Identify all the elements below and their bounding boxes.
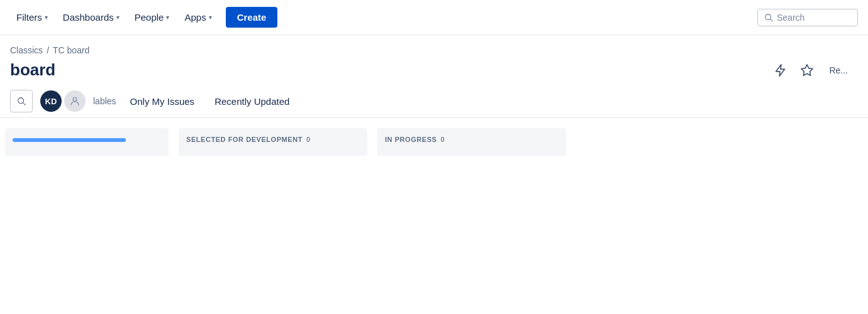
recently-updated-filter[interactable]: Recently Updated: [208, 92, 296, 111]
search-box[interactable]: Search: [757, 9, 858, 26]
board-search-icon: [17, 97, 26, 106]
only-my-issues-filter[interactable]: Only My Issues: [124, 92, 201, 111]
board-area: SELECTED FOR DEVELOPMENT 0 IN PROGRESS 0: [0, 118, 868, 156]
people-label: People: [135, 12, 164, 23]
column-selected-count: 0: [306, 136, 311, 143]
toolbar-row: KD lables Only My Issues Recently Update…: [0, 85, 868, 118]
column-in-progress-count: 0: [440, 136, 445, 143]
label-ables: lables: [93, 96, 116, 106]
column-header-selected: SELECTED FOR DEVELOPMENT 0: [186, 136, 360, 143]
avatars-group: KD: [40, 90, 86, 112]
star-icon: [800, 63, 814, 77]
avatar-kd[interactable]: KD: [40, 90, 62, 112]
dashboards-label: Dashboards: [63, 12, 114, 23]
board-column-first: [5, 128, 169, 156]
nav-dashboards[interactable]: Dashboards ▾: [57, 8, 126, 26]
breadcrumb-page[interactable]: TC board: [53, 45, 89, 55]
breadcrumb: Classics / TC board: [0, 35, 868, 58]
svg-line-3: [23, 103, 26, 106]
apps-label: Apps: [184, 12, 206, 23]
column-header-in-progress: IN PROGRESS 0: [385, 136, 559, 143]
nav-filters[interactable]: Filters ▾: [10, 8, 54, 26]
page-title: board: [10, 60, 764, 80]
search-placeholder: Search: [777, 13, 804, 23]
person-icon: [69, 95, 81, 107]
lightning-icon-button[interactable]: [771, 61, 790, 80]
dashboards-chevron-icon: ▾: [116, 14, 120, 21]
nav-apps[interactable]: Apps ▾: [178, 8, 218, 26]
breadcrumb-separator: /: [47, 45, 49, 55]
filters-label: Filters: [16, 12, 42, 23]
column-in-progress-label: IN PROGRESS: [385, 136, 437, 143]
release-button[interactable]: Re...: [824, 63, 853, 78]
column-selected-label: SELECTED FOR DEVELOPMENT: [186, 136, 303, 143]
board-column-in-progress: IN PROGRESS 0: [377, 128, 566, 156]
avatar-initials: KD: [45, 97, 57, 106]
board-search-button[interactable]: [10, 90, 33, 112]
svg-line-1: [771, 19, 773, 21]
svg-point-4: [73, 97, 77, 101]
lightning-icon: [774, 63, 787, 77]
filters-chevron-icon: ▾: [45, 14, 48, 21]
people-chevron-icon: ▾: [166, 14, 169, 21]
apps-chevron-icon: ▾: [209, 14, 212, 21]
board-column-selected: SELECTED FOR DEVELOPMENT 0: [179, 128, 367, 156]
star-icon-button[interactable]: [798, 61, 816, 80]
top-nav: Filters ▾ Dashboards ▾ People ▾ Apps ▾ C…: [0, 0, 868, 35]
page-title-row: board Re...: [0, 58, 868, 85]
avatar-ghost[interactable]: [64, 90, 86, 112]
breadcrumb-project[interactable]: Classics: [10, 45, 43, 55]
column-blue-bar: [13, 138, 126, 142]
search-icon: [764, 13, 773, 22]
create-button[interactable]: Create: [226, 7, 278, 28]
nav-people[interactable]: People ▾: [128, 8, 176, 26]
